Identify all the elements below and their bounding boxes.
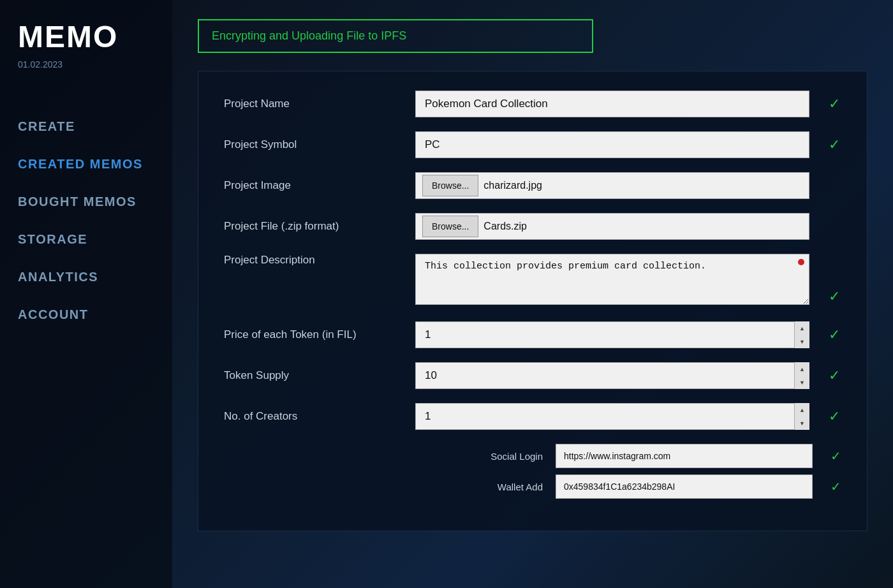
token-supply-arrows: ▲ ▼ (794, 362, 809, 389)
project-symbol-row: Project Symbol ✓ (224, 131, 841, 158)
red-dot-indicator (798, 259, 804, 265)
social-login-label: Social Login (415, 451, 543, 462)
num-creators-input[interactable] (415, 403, 809, 430)
project-image-filename: charizard.jpg (483, 180, 542, 191)
price-arrows: ▲ ▼ (794, 321, 809, 348)
project-symbol-input[interactable] (415, 131, 809, 158)
wallet-add-check-icon: ✓ (830, 479, 841, 494)
project-image-label: Project Image (224, 179, 402, 192)
status-text: Encrypting and Uploading File to IPFS (212, 29, 406, 42)
token-supply-wrapper: ▲ ▼ (415, 362, 809, 389)
sub-section: Social Login ✓ Wallet Add ✓ (415, 444, 841, 499)
price-input[interactable] (415, 321, 809, 348)
project-file-browse-btn[interactable]: Browse... (422, 216, 478, 237)
sidebar-item-analytics[interactable]: ANALYTICS (18, 258, 154, 296)
token-supply-row: Token Supply ▲ ▼ ✓ (224, 362, 841, 389)
form-panel: Project Name ✓ Project Symbol ✓ Project … (198, 71, 867, 531)
app-title: MEMO (18, 19, 154, 54)
token-supply-up-arrow[interactable]: ▲ (795, 362, 809, 376)
project-file-row: Project File (.zip format) Browse... Car… (224, 213, 841, 240)
num-creators-check-icon: ✓ (829, 408, 841, 425)
project-image-file-area: Browse... charizard.jpg (415, 172, 809, 199)
project-name-row: Project Name ✓ (224, 91, 841, 117)
project-symbol-check-icon: ✓ (829, 136, 841, 153)
sidebar: MEMO 01.02.2023 CREATE CREATED MEMOS BOU… (0, 0, 172, 588)
num-creators-up-arrow[interactable]: ▲ (795, 403, 809, 416)
num-creators-row: No. of Creators ▲ ▼ ✓ (224, 403, 841, 430)
token-supply-label: Token Supply (224, 369, 402, 382)
project-desc-check-icon: ✓ (829, 288, 841, 305)
status-bar: Encrypting and Uploading File to IPFS (198, 19, 593, 53)
project-file-label: Project File (.zip format) (224, 220, 402, 233)
project-desc-textarea[interactable]: This collection provides premium card co… (415, 254, 809, 305)
social-login-row: Social Login ✓ (415, 444, 841, 468)
num-creators-down-arrow[interactable]: ▼ (795, 416, 809, 430)
project-symbol-label: Project Symbol (224, 138, 402, 151)
token-supply-down-arrow[interactable]: ▼ (795, 376, 809, 389)
price-down-arrow[interactable]: ▼ (795, 335, 809, 348)
price-check-icon: ✓ (829, 327, 841, 343)
project-image-row: Project Image Browse... charizard.jpg ✓ (224, 172, 841, 199)
sidebar-item-create[interactable]: CREATE (18, 108, 154, 145)
wallet-add-row: Wallet Add ✓ (415, 474, 841, 499)
token-supply-check-icon: ✓ (829, 367, 841, 384)
sidebar-item-storage[interactable]: STORAGE (18, 221, 154, 258)
token-supply-input[interactable] (415, 362, 809, 389)
project-file-area: Browse... Cards.zip (415, 213, 809, 240)
price-label: Price of each Token (in FIL) (224, 328, 402, 341)
main-content: Encrypting and Uploading File to IPFS Pr… (172, 0, 893, 588)
social-login-input[interactable] (556, 444, 813, 468)
project-name-check-icon: ✓ (829, 96, 841, 112)
sidebar-item-bought-memos[interactable]: BOUGHT MEMOS (18, 183, 154, 221)
social-login-check-icon: ✓ (830, 448, 841, 464)
price-row: Price of each Token (in FIL) ▲ ▼ ✓ (224, 321, 841, 348)
project-name-input[interactable] (415, 91, 809, 117)
num-creators-wrapper: ▲ ▼ (415, 403, 809, 430)
project-name-label: Project Name (224, 98, 402, 110)
project-desc-label: Project Description (224, 254, 402, 267)
project-desc-wrapper: This collection provides premium card co… (415, 254, 809, 307)
num-creators-arrows: ▲ ▼ (794, 403, 809, 430)
app-date: 01.02.2023 (18, 59, 154, 70)
price-input-wrapper: ▲ ▼ (415, 321, 809, 348)
num-creators-label: No. of Creators (224, 410, 402, 423)
wallet-add-input[interactable] (556, 474, 813, 499)
price-up-arrow[interactable]: ▲ (795, 321, 809, 335)
sidebar-item-account[interactable]: ACCOUNT (18, 296, 154, 334)
project-desc-row: Project Description This collection prov… (224, 254, 841, 307)
project-image-browse-btn[interactable]: Browse... (422, 175, 478, 196)
wallet-add-label: Wallet Add (415, 481, 543, 492)
sidebar-item-created-memos[interactable]: CREATED MEMOS (18, 145, 154, 183)
project-file-filename: Cards.zip (483, 221, 527, 232)
